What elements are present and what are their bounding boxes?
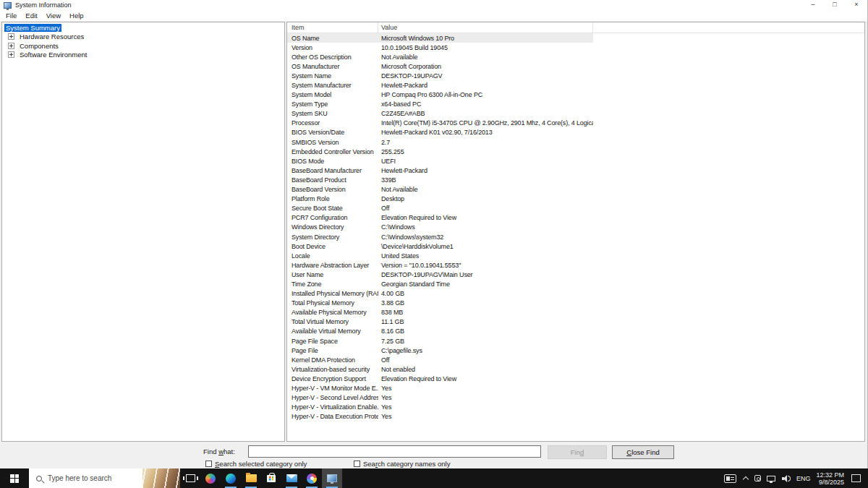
table-row[interactable]: Hyper-V - Second Level Addres... Yes [287, 393, 593, 403]
taskbar-store-button[interactable] [261, 468, 281, 488]
tree-item[interactable]: System Summary [2, 23, 284, 33]
taskbar-system-information-button[interactable] [322, 468, 342, 488]
value-cell: Yes [378, 413, 593, 420]
find-input[interactable] [248, 445, 541, 458]
table-row[interactable]: Embedded Controller Version 255.255 [287, 147, 593, 156]
table-row[interactable]: System Type x64-based PC [287, 100, 593, 109]
expand-plus-icon[interactable] [8, 51, 14, 58]
search-selected-category-checkbox[interactable] [205, 461, 212, 467]
table-row[interactable]: Processor Intel(R) Core(TM) i5-3470S CPU… [287, 119, 593, 128]
table-row[interactable]: System Manufacturer Hewlett-Packard [287, 80, 593, 90]
menu-item[interactable]: View [42, 12, 65, 20]
value-cell: Hewlett-Packard K01 v02.90, 7/16/2013 [378, 129, 593, 136]
table-row[interactable]: Hyper-V - Data Execution Prote... Yes [287, 412, 593, 421]
tree-item[interactable]: Software Environment [2, 51, 284, 60]
table-row[interactable]: System Model HP Compaq Pro 6300 All-in-O… [287, 90, 593, 100]
table-row[interactable]: Virtualization-based security Not enable… [287, 364, 593, 374]
table-row[interactable]: BaseBoard Version Not Available [287, 185, 593, 194]
taskbar-edge-button[interactable] [221, 468, 241, 488]
news-widgets-icon[interactable] [724, 474, 736, 483]
value-cell: C:\Windows\system32 [378, 234, 593, 241]
table-row[interactable]: Hardware Abstraction Layer Version = "10… [287, 260, 593, 270]
column-header-value[interactable]: Value [378, 22, 593, 33]
item-cell: Total Virtual Memory [287, 318, 378, 325]
table-row[interactable]: Secure Boot State Off [287, 204, 593, 213]
table-row[interactable]: Total Virtual Memory 11.1 GB [287, 317, 593, 327]
item-cell: Hardware Abstraction Layer [287, 262, 378, 269]
taskbar-copilot-button[interactable] [200, 468, 221, 488]
taskbar-mail-button[interactable] [281, 468, 302, 488]
tray-app-icon[interactable] [754, 475, 761, 481]
minimize-icon[interactable]: – [802, 0, 824, 10]
table-row[interactable]: BaseBoard Manufacturer Hewlett-Packard [287, 166, 593, 175]
column-header-item[interactable]: Item [287, 22, 378, 33]
table-row[interactable]: Installed Physical Memory (RAM) 4.00 GB [287, 289, 593, 299]
item-cell: System SKU [287, 110, 378, 117]
table-row[interactable]: Available Physical Memory 838 MB [287, 308, 593, 317]
table-row[interactable]: Available Virtual Memory 8.16 GB [287, 327, 593, 336]
item-cell: Time Zone [287, 281, 378, 288]
table-row[interactable]: Hyper-V - VM Monitor Mode E... Yes [287, 383, 593, 393]
value-cell: 4.00 GB [378, 290, 593, 297]
expand-plus-icon[interactable] [8, 33, 14, 40]
table-row[interactable]: OS Name Microsoft Windows 10 Pro [287, 33, 593, 43]
edge-icon [226, 474, 236, 484]
menu-item[interactable]: File [1, 12, 21, 20]
value-cell: Version = "10.0.19041.5553" [378, 262, 593, 269]
tree-item[interactable]: Hardware Resources [2, 33, 284, 42]
maximize-icon[interactable]: □ [824, 0, 846, 10]
table-row[interactable]: System SKU C2Z45EA#ABB [287, 109, 593, 119]
table-row[interactable]: Windows Directory C:\Windows [287, 223, 593, 232]
table-row[interactable]: Device Encryption Support Elevation Requ… [287, 374, 593, 383]
taskbar-paint-button[interactable] [302, 468, 322, 488]
action-center-icon[interactable] [851, 474, 861, 482]
network-icon[interactable] [767, 476, 775, 481]
value-cell: HP Compaq Pro 6300 All-in-One PC [378, 91, 593, 98]
table-row[interactable]: Other OS Description Not Available [287, 52, 593, 61]
table-row[interactable]: Page File C:\pagefile.sys [287, 346, 593, 355]
find-button[interactable]: Find [548, 445, 607, 459]
language-indicator[interactable]: ENG [796, 475, 811, 482]
table-row[interactable]: Locale United States [287, 251, 593, 260]
close-find-button[interactable]: Close Find [612, 445, 674, 459]
table-row[interactable]: SMBIOS Version 2.7 [287, 137, 593, 147]
table-row[interactable]: Hyper-V - Virtualization Enable... Yes [287, 403, 593, 412]
close-icon[interactable]: × [846, 0, 867, 10]
tree-item[interactable]: Components [2, 41, 284, 51]
table-row[interactable]: System Directory C:\Windows\system32 [287, 232, 593, 241]
search-category-names-checkbox[interactable] [354, 461, 360, 467]
item-cell: Boot Device [287, 243, 378, 250]
table-row[interactable]: BaseBoard Product 339B [287, 175, 593, 184]
item-cell: Available Physical Memory [287, 309, 378, 316]
table-row[interactable]: System Name DESKTOP-19UPAGV [287, 71, 593, 80]
table-row[interactable]: BIOS Version/Date Hewlett-Packard K01 v0… [287, 128, 593, 137]
value-cell: \Device\HarddiskVolume1 [378, 243, 593, 250]
table-row[interactable]: Boot Device \Device\HarddiskVolume1 [287, 241, 593, 251]
table-row[interactable]: Kernel DMA Protection Off [287, 355, 593, 364]
menu-item[interactable]: Help [65, 12, 88, 20]
system-information-icon [327, 474, 337, 482]
table-row[interactable]: Time Zone Georgian Standard Time [287, 279, 593, 288]
search-selected-category-option: Search selected category only [205, 460, 307, 468]
table-row[interactable]: Total Physical Memory 3.88 GB [287, 299, 593, 308]
table-row[interactable]: BIOS Mode UEFI [287, 156, 593, 166]
windows-logo-icon [10, 474, 19, 483]
taskbar-file-explorer-button[interactable] [241, 468, 261, 488]
task-view-button[interactable] [180, 468, 200, 488]
table-row[interactable]: Platform Role Desktop [287, 194, 593, 204]
menu-item[interactable]: Edit [21, 12, 41, 20]
clock[interactable]: 12:32 PM 9/8/2025 [816, 471, 844, 486]
taskbar-search-input[interactable]: Type here to search [29, 468, 142, 488]
table-row[interactable]: User Name DESKTOP-19UPAGV\Main User [287, 270, 593, 279]
expand-plus-icon[interactable] [8, 43, 14, 49]
table-row[interactable]: PCR7 Configuration Elevation Required to… [287, 213, 593, 223]
item-cell: User Name [287, 271, 378, 278]
table-row[interactable]: OS Manufacturer Microsoft Corporation [287, 61, 593, 71]
table-row[interactable]: Version 10.0.19045 Build 19045 [287, 43, 593, 52]
table-row[interactable]: Page File Space 7.25 GB [287, 336, 593, 346]
mail-icon [286, 474, 297, 482]
chevron-up-icon[interactable] [743, 476, 749, 482]
news-interest-widget-image[interactable] [142, 468, 180, 488]
start-button[interactable] [0, 468, 29, 488]
volume-icon[interactable] [782, 475, 791, 482]
